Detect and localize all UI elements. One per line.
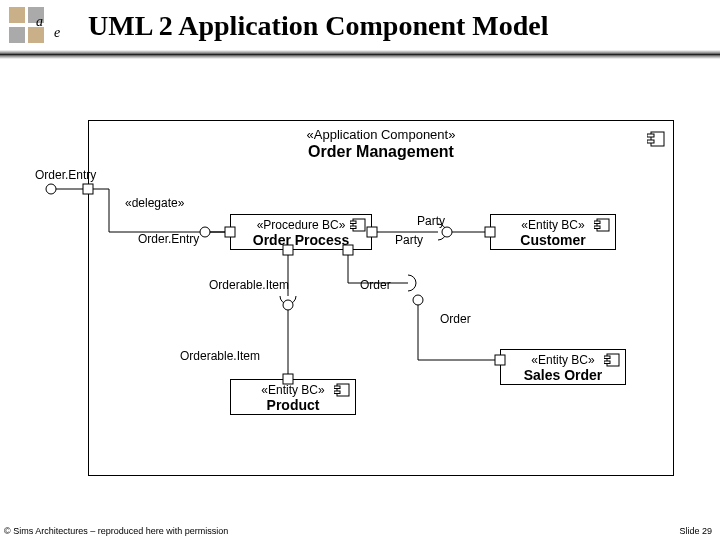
orderable-item-bottom-label: Orderable.Item [180,349,260,363]
party-port-label: Party [395,233,423,247]
logo-icon: a e [8,7,64,45]
svg-rect-13 [594,221,600,224]
outer-component: «Application Component» Order Management [88,120,674,476]
footer-credit: © Sims Architectures – reproduced here w… [4,526,228,536]
component-icon [594,218,612,234]
svg-rect-10 [350,221,356,224]
svg-rect-0 [9,7,25,23]
header-divider [0,50,720,59]
component-icon [647,131,665,147]
component-product: «Entity BC» Product [230,379,356,415]
slide-header: a e UML 2 Application Component Model [0,0,720,52]
svg-rect-14 [594,226,600,229]
component-sales-order: «Entity BC» Sales Order [500,349,626,385]
slide-number: Slide 29 [679,526,712,536]
svg-rect-17 [604,361,610,364]
outer-port-label: Order.Entry [35,168,96,182]
outer-name: Order Management [89,143,673,161]
delegate-label: «delegate» [125,196,184,210]
order-entry-iface-label: Order.Entry [138,232,199,246]
orderable-item-top-label: Orderable.Item [209,278,289,292]
svg-rect-3 [28,27,44,43]
slide-title: UML 2 Application Component Model [88,10,548,42]
component-customer: «Entity BC» Customer [490,214,616,250]
component-name: Order Process [231,232,371,248]
svg-rect-7 [647,134,654,137]
component-icon [350,218,368,234]
svg-rect-16 [604,356,610,359]
svg-point-23 [46,184,56,194]
svg-text:e: e [54,25,60,40]
party-top-label: Party [417,214,445,228]
order-right-label: Order [360,278,391,292]
component-name: Product [231,397,355,413]
component-icon [334,383,352,399]
component-icon [604,353,622,369]
svg-rect-11 [350,226,356,229]
component-name: Customer [491,232,615,248]
order-below-label: Order [440,312,471,326]
svg-rect-8 [647,140,654,143]
svg-rect-20 [334,391,340,394]
svg-rect-19 [334,386,340,389]
outer-stereotype: «Application Component» [89,127,673,142]
svg-rect-2 [9,27,25,43]
component-name: Sales Order [501,367,625,383]
svg-text:a: a [36,14,43,29]
component-order-process: «Procedure BC» Order Process [230,214,372,250]
